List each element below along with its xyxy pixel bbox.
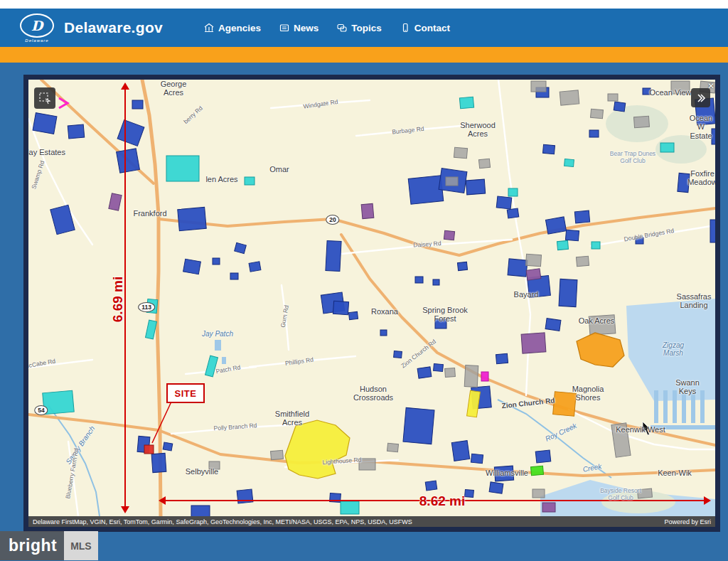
parcel (710, 220, 715, 242)
parcel (166, 156, 199, 181)
parcel (249, 262, 261, 272)
parcel (464, 365, 478, 388)
road-line (68, 442, 78, 516)
mouse-cursor (643, 422, 651, 435)
parcel (592, 242, 600, 249)
parcel (614, 102, 626, 112)
parcel (545, 319, 561, 331)
parcel (144, 445, 154, 454)
parcel (454, 147, 467, 159)
parcel (380, 330, 387, 336)
nav-label: News (294, 23, 318, 33)
site-title[interactable]: Delaware.gov (64, 19, 163, 36)
parcel (508, 259, 528, 277)
parcel (532, 489, 545, 498)
parcel (132, 100, 143, 109)
water-area (626, 299, 715, 401)
nav-label: Topics (351, 23, 382, 33)
parcel (451, 441, 469, 461)
site-header: D Delaware Delaware.gov Agencies News To… (0, 9, 728, 47)
parcel (459, 97, 473, 109)
nav-topics[interactable]: Topics (337, 23, 382, 33)
parcel (545, 217, 566, 234)
canal (651, 425, 715, 429)
parcel (494, 466, 513, 481)
parcel (589, 315, 616, 335)
parcel (465, 489, 474, 497)
parcel (361, 203, 374, 218)
parcel (33, 113, 57, 134)
parcel (660, 143, 674, 152)
parcel (146, 320, 157, 339)
parcel (589, 130, 599, 137)
parcel (560, 90, 579, 105)
nav-contact[interactable]: Contact (400, 23, 450, 33)
nav-label: Contact (414, 23, 450, 33)
parcel (471, 454, 483, 464)
road-line (250, 356, 355, 367)
attribution-text: Delaware FirstMap, VGIN, Esri, TomTom, G… (33, 518, 412, 525)
parcel (608, 94, 618, 101)
parcel (543, 144, 555, 154)
top-margin (0, 0, 728, 9)
collapse-panel-button[interactable] (691, 88, 710, 107)
parcel (467, 390, 481, 417)
parcel (178, 207, 206, 230)
parcel (394, 351, 402, 358)
parcel (535, 450, 551, 463)
selection-tool-icon (38, 92, 51, 105)
parcel (235, 242, 247, 253)
parcel (213, 258, 220, 265)
parcel (636, 237, 643, 244)
nav-news[interactable]: News (279, 23, 318, 33)
parcel (387, 443, 398, 452)
parcel (341, 501, 359, 514)
parcel (553, 392, 577, 416)
measure-tool-button[interactable] (34, 87, 55, 109)
pond (215, 340, 221, 351)
parcel (531, 466, 544, 475)
road-line (186, 367, 256, 374)
nav-label: Agencies (218, 23, 261, 33)
close-icon[interactable]: ✕ (707, 81, 714, 91)
parcel (565, 230, 579, 241)
parcel (643, 88, 651, 95)
parcel (712, 129, 715, 144)
accent-bar (0, 47, 728, 63)
logo-oval-icon: D (20, 14, 54, 38)
road-line (28, 360, 92, 368)
parcel (457, 262, 467, 270)
canal (654, 390, 658, 423)
parcel (526, 269, 541, 281)
parcel (574, 210, 589, 223)
parcel (271, 450, 284, 459)
parcel (638, 488, 653, 498)
road-line (356, 125, 469, 136)
canal (691, 390, 695, 423)
parcel (496, 196, 512, 209)
parcel (489, 482, 503, 493)
nav-agencies[interactable]: Agencies (204, 23, 261, 33)
road-line (171, 424, 299, 434)
map-canvas[interactable]: George AcresOcean ViewOcean W EstateSher… (28, 80, 715, 516)
parcel (521, 333, 546, 353)
bright-logo: bright (0, 531, 64, 560)
parcel (559, 279, 577, 306)
parcel (237, 489, 253, 503)
parcel (117, 120, 144, 146)
delaware-logo[interactable]: D Delaware (20, 14, 54, 43)
bank-icon (204, 23, 214, 33)
parcel (191, 506, 210, 516)
arrowhead (121, 82, 129, 90)
parcel (507, 208, 519, 218)
parcel (508, 188, 518, 196)
powered-by-esri: Powered by Esri (664, 518, 711, 525)
bright-mls-watermark: bright MLS (0, 531, 98, 560)
parcel (415, 277, 423, 283)
parcel (50, 205, 75, 235)
parcel (611, 423, 631, 457)
parcel (117, 149, 140, 173)
parcel (434, 363, 444, 371)
road-line (282, 285, 289, 350)
parcel (466, 179, 485, 195)
